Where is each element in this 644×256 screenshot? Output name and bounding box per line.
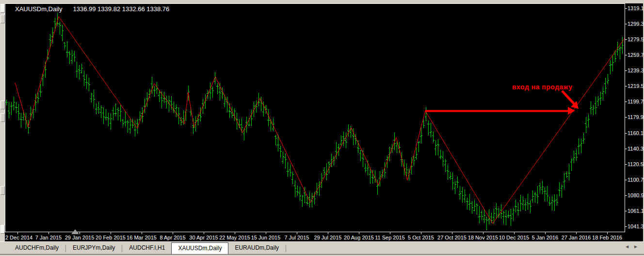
- tab-scroll-left-icon[interactable]: ◄: [625, 244, 633, 249]
- tab-scroll-arrows: ◄►: [625, 244, 642, 249]
- tab-divider: [286, 245, 286, 252]
- chart-symbol-label: XAUUSDm,Daily: [15, 5, 63, 13]
- chart-quote-label: 1336.99 1339.82 1332.66 1338.76: [73, 5, 170, 13]
- tab-divider: [122, 245, 122, 252]
- sell-entry-annotation: вход на продажу: [512, 83, 573, 91]
- cropped-panel-fragment: [0, 225, 5, 234]
- price-axis-label: 1061.15: [628, 208, 644, 214]
- price-axis-label: 1080.95: [628, 192, 644, 198]
- chart-canvas[interactable]: [5, 3, 625, 232]
- chart-tab-bar: AUDCHFm,DailyEURJPYm,DailyAUDCHF.I,H1XAU…: [0, 241, 644, 254]
- cropped-panel-fragment: [0, 101, 5, 109]
- price-axis-label: 1219.55: [628, 83, 644, 89]
- time-axis-label: 18 Feb 2016: [587, 235, 628, 240]
- chart-title: XAUUSDm,Daily 1336.99 1339.82 1332.66 13…: [15, 5, 169, 13]
- price-axis-label: 1041.35: [628, 223, 644, 229]
- price-axis-label: 1299.30: [628, 21, 644, 27]
- cropped-panel-fragment: [0, 186, 5, 195]
- chart-tab-xauusdm-daily[interactable]: XAUUSDm,Daily: [171, 242, 228, 254]
- tab-divider: [65, 245, 66, 252]
- chart-tab-audchf-i-h1[interactable]: AUDCHF.I,H1: [123, 242, 171, 254]
- window-bottom-edge: [0, 254, 644, 256]
- price-axis-label: 1100.75: [628, 177, 644, 183]
- chart-tab-euraudm-daily[interactable]: EURAUDm,Daily: [228, 242, 285, 254]
- cropped-panel-fragment: [0, 15, 5, 23]
- metatrader-window: XAUUSDm,Daily 1336.99 1339.82 1332.66 13…: [0, 0, 644, 256]
- window-top-edge: [0, 0, 644, 3]
- price-axis-label: 1120.55: [628, 161, 644, 167]
- cropped-left-panel: [0, 0, 5, 241]
- price-axis-label: 1259.70: [628, 52, 644, 58]
- price-axis-label: 1179.95: [628, 114, 644, 120]
- cropped-panel-fragment: [0, 4, 5, 13]
- price-axis-label: 1160.15: [628, 130, 644, 136]
- price-axis-label: 1140.35: [628, 146, 644, 152]
- chart-tab-eurjpym-daily[interactable]: EURJPYm,Daily: [66, 242, 121, 254]
- price-axis-label: 1319.10: [628, 5, 644, 11]
- price-axis-label: 1279.50: [628, 36, 644, 42]
- axis-position-marker-icon: [71, 229, 79, 234]
- price-axis-label: 1199.75: [628, 99, 644, 104]
- tab-scroll-right-icon[interactable]: ►: [633, 244, 642, 249]
- chart-tab-audchfm-daily[interactable]: AUDCHFm,Daily: [9, 242, 65, 254]
- cropped-panel-fragment: [0, 113, 5, 122]
- price-axis-label: 1239.35: [628, 68, 644, 73]
